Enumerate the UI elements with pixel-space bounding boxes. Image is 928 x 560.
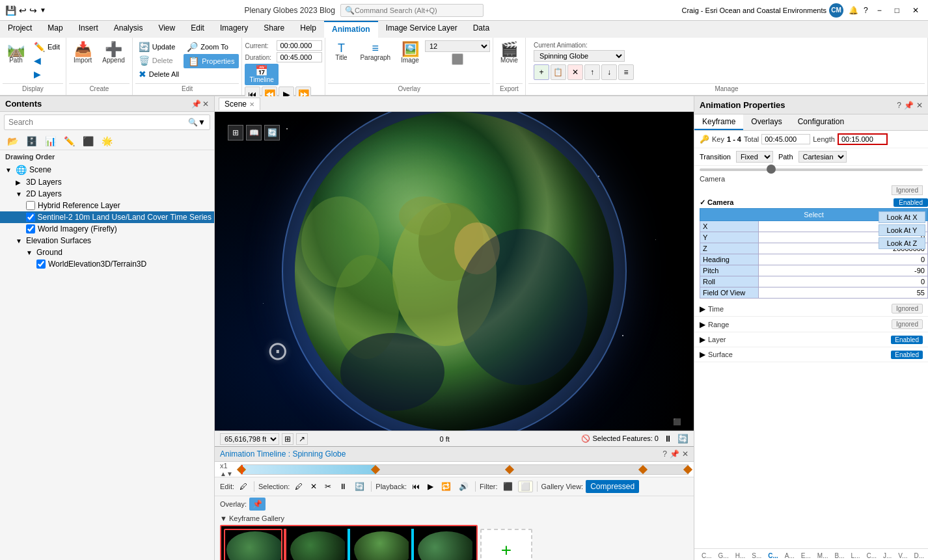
tl-loop-btn[interactable]: 🔁 [439,481,454,492]
quick-access-save[interactable]: 💾 [5,5,16,16]
ribbon-btn-image[interactable]: 🖼️ Image [396,40,424,66]
close-button[interactable]: ✕ [908,6,923,15]
btab-m[interactable]: M... [815,552,830,560]
ribbon-tab-help[interactable]: Help [292,21,324,38]
current-timecode[interactable] [277,40,322,51]
tl-select-btn[interactable]: 🖊 [292,481,305,492]
look-at-z-btn[interactable]: Look At Z [879,237,925,249]
section-layer[interactable]: ▶ Layer Enabled [694,332,928,347]
ribbon-tab-imagery[interactable]: Imagery [212,21,256,38]
panel-pin-btn[interactable]: 📌 [191,100,201,109]
command-search-input[interactable] [355,7,472,14]
ribbon-tab-project[interactable]: Project [0,21,40,38]
anim-menu-btn[interactable]: ≡ [618,64,634,80]
tl-pause-btn[interactable]: ⏸ [336,481,349,492]
world-elevation-checkbox[interactable] [36,260,46,269]
tl-cut-btn[interactable]: ✂ [322,481,334,492]
prop-tab-configuration[interactable]: Configuration [790,114,852,130]
expander-2d[interactable]: ▼ [16,191,26,198]
btab-b[interactable]: B... [833,552,847,560]
map-rotate-btn[interactable]: ↗ [296,433,308,445]
ribbon-btn-delete-all[interactable]: ✖ Delete All [135,68,182,81]
tree-item-world-imagery[interactable]: World Imagery (Firefly) [0,223,214,235]
tl-refresh-btn[interactable]: 🔄 [352,481,367,492]
ribbon-btn-append[interactable]: ➕ Append [98,40,129,66]
btab-e[interactable]: E... [799,552,813,560]
contents-search[interactable]: 🔍 ▼ [4,114,210,130]
ribbon-btn-path[interactable]: 🛤️ Path [3,40,29,66]
user-avatar[interactable]: CM [829,3,843,18]
path-select[interactable]: Cartesian Geodesic [798,151,847,163]
layer-tool-3[interactable]: 📊 [42,134,59,148]
btab-d[interactable]: D... [912,552,926,560]
panel-close-btn[interactable]: ✕ [202,100,209,109]
maximize-button[interactable]: □ [891,6,903,15]
hybrid-checkbox[interactable] [26,201,35,210]
ribbon-btn-timeline[interactable]: 📅 Timeline [245,64,278,85]
quick-access-more[interactable]: ▼ [40,7,46,14]
tree-item-ground[interactable]: ▼ Ground [0,247,214,258]
ribbon-tab-image-service[interactable]: Image Service Layer [378,21,465,38]
duration-timecode[interactable] [277,52,322,62]
tree-item-3dlayers[interactable]: ▶ 3D Layers [0,176,214,188]
layer-tool-2[interactable]: 🗄️ [23,134,40,148]
btab-c3[interactable]: C... [864,552,879,560]
btab-c2[interactable]: C... [766,552,780,560]
btab-h[interactable]: H... [733,552,748,560]
tree-item-world-elevation[interactable]: WorldElevation3D/Terrain3D [0,258,214,270]
btab-a[interactable]: A... [783,552,797,560]
tl-prev-btn[interactable]: ⏮ [409,481,422,492]
ribbon-tab-share[interactable]: Share [256,21,292,38]
ribbon-btn-paragraph[interactable]: ≡ Paragraph [355,40,395,63]
expander-elevation[interactable]: ▼ [16,237,26,245]
expander-scene[interactable]: ▼ [5,167,16,174]
quick-access-redo[interactable]: ↪ [29,5,37,16]
zoom-extent-btn[interactable]: ⊞ [228,125,243,140]
ribbon-tab-insert[interactable]: Insert [71,21,106,38]
anim-delete-btn[interactable]: ✕ [567,64,583,80]
prop-tab-overlays[interactable]: Overlays [743,114,789,130]
ribbon-btn-properties[interactable]: 📋 Properties [184,54,239,68]
total-value-input[interactable] [765,135,807,143]
ribbon-btn-title[interactable]: T Title [328,40,354,63]
transition-select[interactable]: Fixed Linear [736,151,773,163]
layer-tool-1[interactable]: 📂 [4,134,21,148]
layer-tool-4[interactable]: ✏️ [61,134,78,148]
section-time[interactable]: ▶ Time Ignored [694,301,928,317]
expander-ground[interactable]: ▼ [26,249,36,256]
btab-g[interactable]: G... [716,552,731,560]
rotate-btn[interactable]: 🔄 [264,125,280,140]
refresh-btn[interactable]: 🔄 [677,434,689,444]
scene-tab-close[interactable]: ✕ [249,101,254,108]
contents-search-input[interactable] [8,118,188,127]
tl-audio-btn[interactable]: 🔊 [456,481,471,492]
anim-add-btn[interactable]: + [534,64,549,80]
anim-up-btn[interactable]: ↑ [584,64,600,80]
scene-tab[interactable]: Scene ✕ [219,98,260,110]
layer-tool-5[interactable]: ⬛ [79,134,97,148]
ribbon-btn-edit-path[interactable]: ✏️ Edit [31,40,63,53]
overlay-toggle-btn[interactable]: 📌 [249,498,266,511]
prop-tab-keyframe[interactable]: Keyframe [694,114,743,130]
timeline-close-btn[interactable]: ✕ [682,449,689,459]
frame-sep-3[interactable] [411,529,414,560]
world-imagery-checkbox[interactable] [26,224,35,233]
layer-tool-6[interactable]: 🌟 [98,134,116,148]
map-navigation-btn[interactable]: ⊞ [282,433,293,445]
notification-icon[interactable]: 🔔 [849,6,858,15]
timeline-pin-btn[interactable]: 📌 [670,449,679,459]
slider-thumb[interactable] [767,165,776,174]
tl-filter-1[interactable]: ⬛ [500,481,515,492]
expander-3d[interactable]: ▶ [16,179,26,186]
slider-track[interactable] [700,168,923,171]
timeline-help-btn[interactable]: ? [662,449,667,459]
btab-j[interactable]: J... [881,552,894,560]
tree-item-scene[interactable]: ▼ 🌐 Scene [0,163,214,176]
tl-play-btn[interactable]: ▶ [425,481,436,492]
frame-sep-1[interactable] [284,529,286,560]
keyframe-1[interactable]: 1 [224,529,282,560]
ribbon-tab-analysis[interactable]: Analysis [106,21,151,38]
ribbon-btn-nav-right[interactable]: ▶ [31,68,63,81]
tree-item-sentinel[interactable]: Sentinel-2 10m Land Use/Land Cover Time … [0,211,214,223]
prop-close-btn[interactable]: ✕ [916,101,923,110]
